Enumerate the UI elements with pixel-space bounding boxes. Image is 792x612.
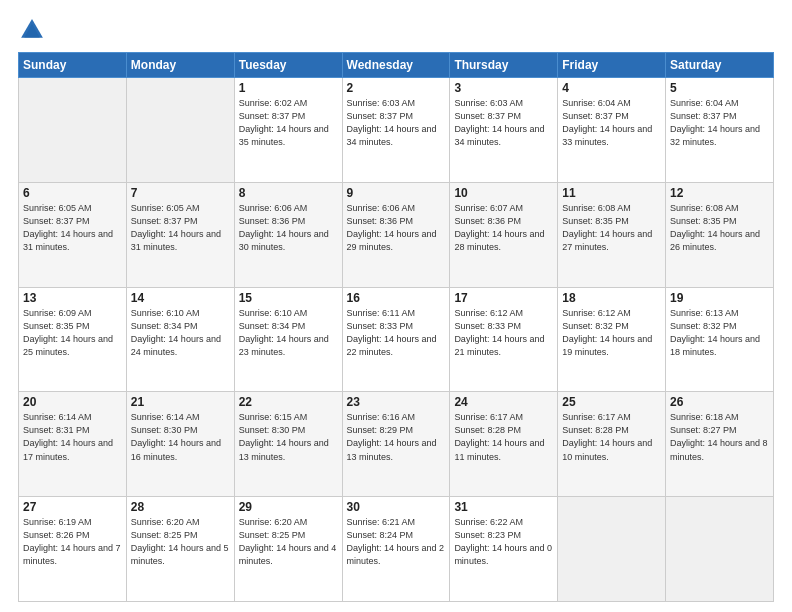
calendar-cell: 24Sunrise: 6:17 AMSunset: 8:28 PMDayligh… xyxy=(450,392,558,497)
day-number: 21 xyxy=(131,395,230,409)
day-info: Sunrise: 6:04 AMSunset: 8:37 PMDaylight:… xyxy=(670,97,769,149)
day-number: 12 xyxy=(670,186,769,200)
calendar-cell: 21Sunrise: 6:14 AMSunset: 8:30 PMDayligh… xyxy=(126,392,234,497)
calendar-cell: 13Sunrise: 6:09 AMSunset: 8:35 PMDayligh… xyxy=(19,287,127,392)
day-info: Sunrise: 6:04 AMSunset: 8:37 PMDaylight:… xyxy=(562,97,661,149)
calendar-cell xyxy=(126,78,234,183)
calendar-week-row: 27Sunrise: 6:19 AMSunset: 8:26 PMDayligh… xyxy=(19,497,774,602)
calendar-cell: 27Sunrise: 6:19 AMSunset: 8:26 PMDayligh… xyxy=(19,497,127,602)
day-number: 9 xyxy=(347,186,446,200)
day-info: Sunrise: 6:03 AMSunset: 8:37 PMDaylight:… xyxy=(454,97,553,149)
day-info: Sunrise: 6:14 AMSunset: 8:31 PMDaylight:… xyxy=(23,411,122,463)
weekday-header: Monday xyxy=(126,53,234,78)
calendar-cell: 26Sunrise: 6:18 AMSunset: 8:27 PMDayligh… xyxy=(666,392,774,497)
day-info: Sunrise: 6:05 AMSunset: 8:37 PMDaylight:… xyxy=(131,202,230,254)
day-info: Sunrise: 6:18 AMSunset: 8:27 PMDaylight:… xyxy=(670,411,769,463)
calendar-cell: 5Sunrise: 6:04 AMSunset: 8:37 PMDaylight… xyxy=(666,78,774,183)
day-number: 17 xyxy=(454,291,553,305)
day-number: 18 xyxy=(562,291,661,305)
calendar-cell: 18Sunrise: 6:12 AMSunset: 8:32 PMDayligh… xyxy=(558,287,666,392)
calendar-week-row: 13Sunrise: 6:09 AMSunset: 8:35 PMDayligh… xyxy=(19,287,774,392)
calendar-cell: 31Sunrise: 6:22 AMSunset: 8:23 PMDayligh… xyxy=(450,497,558,602)
calendar-cell: 23Sunrise: 6:16 AMSunset: 8:29 PMDayligh… xyxy=(342,392,450,497)
day-info: Sunrise: 6:15 AMSunset: 8:30 PMDaylight:… xyxy=(239,411,338,463)
day-number: 23 xyxy=(347,395,446,409)
day-info: Sunrise: 6:11 AMSunset: 8:33 PMDaylight:… xyxy=(347,307,446,359)
weekday-header: Sunday xyxy=(19,53,127,78)
calendar-cell: 29Sunrise: 6:20 AMSunset: 8:25 PMDayligh… xyxy=(234,497,342,602)
calendar-cell: 1Sunrise: 6:02 AMSunset: 8:37 PMDaylight… xyxy=(234,78,342,183)
calendar-week-row: 1Sunrise: 6:02 AMSunset: 8:37 PMDaylight… xyxy=(19,78,774,183)
calendar-cell: 3Sunrise: 6:03 AMSunset: 8:37 PMDaylight… xyxy=(450,78,558,183)
header xyxy=(18,16,774,44)
day-info: Sunrise: 6:13 AMSunset: 8:32 PMDaylight:… xyxy=(670,307,769,359)
day-info: Sunrise: 6:06 AMSunset: 8:36 PMDaylight:… xyxy=(239,202,338,254)
day-info: Sunrise: 6:17 AMSunset: 8:28 PMDaylight:… xyxy=(562,411,661,463)
calendar-cell: 10Sunrise: 6:07 AMSunset: 8:36 PMDayligh… xyxy=(450,182,558,287)
calendar-cell: 15Sunrise: 6:10 AMSunset: 8:34 PMDayligh… xyxy=(234,287,342,392)
day-number: 22 xyxy=(239,395,338,409)
calendar-cell xyxy=(19,78,127,183)
calendar-cell: 8Sunrise: 6:06 AMSunset: 8:36 PMDaylight… xyxy=(234,182,342,287)
day-number: 3 xyxy=(454,81,553,95)
day-info: Sunrise: 6:17 AMSunset: 8:28 PMDaylight:… xyxy=(454,411,553,463)
day-number: 10 xyxy=(454,186,553,200)
weekday-header: Saturday xyxy=(666,53,774,78)
calendar-cell: 17Sunrise: 6:12 AMSunset: 8:33 PMDayligh… xyxy=(450,287,558,392)
calendar-cell: 2Sunrise: 6:03 AMSunset: 8:37 PMDaylight… xyxy=(342,78,450,183)
calendar-cell: 7Sunrise: 6:05 AMSunset: 8:37 PMDaylight… xyxy=(126,182,234,287)
day-number: 26 xyxy=(670,395,769,409)
day-number: 11 xyxy=(562,186,661,200)
calendar-week-row: 6Sunrise: 6:05 AMSunset: 8:37 PMDaylight… xyxy=(19,182,774,287)
calendar-week-row: 20Sunrise: 6:14 AMSunset: 8:31 PMDayligh… xyxy=(19,392,774,497)
day-info: Sunrise: 6:14 AMSunset: 8:30 PMDaylight:… xyxy=(131,411,230,463)
day-info: Sunrise: 6:09 AMSunset: 8:35 PMDaylight:… xyxy=(23,307,122,359)
day-info: Sunrise: 6:16 AMSunset: 8:29 PMDaylight:… xyxy=(347,411,446,463)
day-info: Sunrise: 6:12 AMSunset: 8:33 PMDaylight:… xyxy=(454,307,553,359)
day-number: 1 xyxy=(239,81,338,95)
day-number: 14 xyxy=(131,291,230,305)
calendar-cell: 28Sunrise: 6:20 AMSunset: 8:25 PMDayligh… xyxy=(126,497,234,602)
day-number: 13 xyxy=(23,291,122,305)
day-info: Sunrise: 6:12 AMSunset: 8:32 PMDaylight:… xyxy=(562,307,661,359)
calendar-cell: 4Sunrise: 6:04 AMSunset: 8:37 PMDaylight… xyxy=(558,78,666,183)
day-info: Sunrise: 6:10 AMSunset: 8:34 PMDaylight:… xyxy=(239,307,338,359)
calendar-cell: 12Sunrise: 6:08 AMSunset: 8:35 PMDayligh… xyxy=(666,182,774,287)
day-number: 8 xyxy=(239,186,338,200)
day-number: 5 xyxy=(670,81,769,95)
day-number: 31 xyxy=(454,500,553,514)
day-number: 29 xyxy=(239,500,338,514)
day-number: 4 xyxy=(562,81,661,95)
day-number: 6 xyxy=(23,186,122,200)
day-info: Sunrise: 6:10 AMSunset: 8:34 PMDaylight:… xyxy=(131,307,230,359)
weekday-header: Tuesday xyxy=(234,53,342,78)
calendar-cell: 25Sunrise: 6:17 AMSunset: 8:28 PMDayligh… xyxy=(558,392,666,497)
day-number: 19 xyxy=(670,291,769,305)
calendar-cell: 30Sunrise: 6:21 AMSunset: 8:24 PMDayligh… xyxy=(342,497,450,602)
calendar-cell xyxy=(666,497,774,602)
day-info: Sunrise: 6:21 AMSunset: 8:24 PMDaylight:… xyxy=(347,516,446,568)
day-number: 15 xyxy=(239,291,338,305)
weekday-header: Thursday xyxy=(450,53,558,78)
calendar-cell: 6Sunrise: 6:05 AMSunset: 8:37 PMDaylight… xyxy=(19,182,127,287)
day-info: Sunrise: 6:03 AMSunset: 8:37 PMDaylight:… xyxy=(347,97,446,149)
calendar-cell: 19Sunrise: 6:13 AMSunset: 8:32 PMDayligh… xyxy=(666,287,774,392)
weekday-header: Wednesday xyxy=(342,53,450,78)
day-info: Sunrise: 6:19 AMSunset: 8:26 PMDaylight:… xyxy=(23,516,122,568)
day-number: 16 xyxy=(347,291,446,305)
day-number: 25 xyxy=(562,395,661,409)
day-number: 24 xyxy=(454,395,553,409)
day-number: 28 xyxy=(131,500,230,514)
page: SundayMondayTuesdayWednesdayThursdayFrid… xyxy=(0,0,792,612)
calendar-table: SundayMondayTuesdayWednesdayThursdayFrid… xyxy=(18,52,774,602)
day-number: 2 xyxy=(347,81,446,95)
calendar-cell: 14Sunrise: 6:10 AMSunset: 8:34 PMDayligh… xyxy=(126,287,234,392)
day-info: Sunrise: 6:08 AMSunset: 8:35 PMDaylight:… xyxy=(670,202,769,254)
calendar-cell: 20Sunrise: 6:14 AMSunset: 8:31 PMDayligh… xyxy=(19,392,127,497)
calendar-cell xyxy=(558,497,666,602)
day-number: 27 xyxy=(23,500,122,514)
day-number: 7 xyxy=(131,186,230,200)
day-info: Sunrise: 6:22 AMSunset: 8:23 PMDaylight:… xyxy=(454,516,553,568)
calendar-cell: 22Sunrise: 6:15 AMSunset: 8:30 PMDayligh… xyxy=(234,392,342,497)
day-info: Sunrise: 6:06 AMSunset: 8:36 PMDaylight:… xyxy=(347,202,446,254)
